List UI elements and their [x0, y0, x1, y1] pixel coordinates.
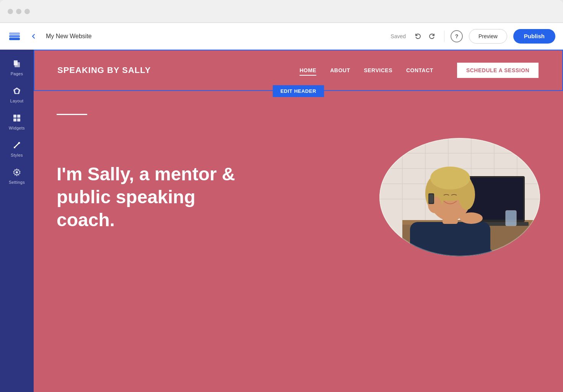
styles-label: Styles [11, 153, 23, 157]
layout-label: Layout [10, 99, 24, 103]
svg-point-41 [430, 167, 470, 190]
website-preview: SPEAKING BY SALLY HOME ABOUT SERVICES CO… [34, 50, 563, 392]
pages-label: Pages [11, 71, 23, 76]
nav-item-contact[interactable]: CONTACT [406, 67, 433, 73]
canvas-area: SPEAKING BY SALLY HOME ABOUT SERVICES CO… [34, 50, 563, 392]
schedule-button[interactable]: SCHEDULE A SESSION [456, 62, 539, 79]
svg-rect-9 [13, 118, 16, 121]
publish-button[interactable]: Publish [513, 29, 555, 44]
toolbar-right: Saved ? Preview [391, 29, 555, 44]
settings-icon [13, 168, 21, 178]
svg-rect-35 [410, 222, 490, 256]
svg-rect-7 [13, 115, 16, 118]
window-chrome [0, 0, 563, 23]
traffic-light-close[interactable] [8, 9, 13, 14]
hero-text: I'm Sally, a mentor & public speaking co… [57, 163, 248, 232]
site-hero: I'm Sally, a mentor & public speaking co… [34, 91, 563, 320]
hero-image [379, 138, 540, 256]
nav-item-about[interactable]: ABOUT [330, 67, 350, 73]
traffic-light-maximize[interactable] [24, 9, 30, 14]
sidebar-item-layout[interactable]: Layout [2, 83, 31, 107]
site-logo: SPEAKING BY SALLY [57, 65, 151, 75]
svg-rect-8 [17, 115, 20, 118]
svg-rect-1 [9, 35, 20, 37]
svg-rect-4 [15, 62, 20, 67]
hero-content: I'm Sally, a mentor & public speaking co… [57, 138, 540, 256]
app-logo[interactable] [8, 29, 21, 43]
widgets-icon [13, 114, 21, 124]
toolbar-divider [444, 31, 444, 42]
traffic-lights [8, 9, 30, 14]
redo-button[interactable] [426, 30, 438, 42]
svg-rect-2 [9, 38, 20, 40]
widgets-label: Widgets [9, 126, 25, 130]
svg-point-14 [16, 171, 18, 173]
sidebar-item-pages[interactable]: Pages [2, 56, 31, 80]
traffic-light-minimize[interactable] [16, 9, 21, 14]
nav-item-home[interactable]: HOME [299, 67, 316, 73]
svg-rect-12 [14, 147, 15, 148]
edit-header-button[interactable]: EDIT HEADER [273, 85, 324, 97]
layout-icon [13, 87, 21, 97]
saved-status: Saved [391, 33, 406, 39]
undo-redo-group [412, 30, 438, 42]
nav-item-services[interactable]: SERVICES [364, 67, 392, 73]
svg-rect-33 [506, 211, 516, 226]
svg-point-45 [460, 212, 483, 224]
toolbar: My New Website Saved [0, 23, 563, 50]
undo-button[interactable] [412, 30, 424, 42]
preview-button[interactable]: Preview [469, 29, 507, 44]
site-header[interactable]: SPEAKING BY SALLY HOME ABOUT SERVICES CO… [34, 50, 563, 91]
site-nav: HOME ABOUT SERVICES CONTACT SCHEDULE A S… [299, 62, 539, 79]
sidebar-item-widgets[interactable]: Widgets [2, 110, 31, 134]
svg-rect-0 [9, 32, 20, 35]
pages-icon [13, 60, 21, 70]
nav-items: HOME ABOUT SERVICES CONTACT [299, 67, 433, 73]
styles-icon [13, 141, 21, 151]
sidebar: Pages Layout [0, 50, 34, 392]
help-button[interactable]: ? [451, 30, 463, 42]
svg-point-13 [18, 142, 20, 144]
svg-rect-44 [429, 194, 433, 203]
app-container: My New Website Saved [0, 23, 563, 392]
back-button[interactable] [28, 30, 40, 42]
svg-rect-10 [17, 118, 20, 121]
page-title: My New Website [46, 33, 384, 40]
sidebar-item-settings[interactable]: Settings [2, 164, 31, 188]
sidebar-item-styles[interactable]: Styles [2, 137, 31, 161]
settings-label: Settings [9, 180, 25, 185]
hero-divider [57, 114, 87, 115]
main-area: Pages Layout [0, 50, 563, 392]
